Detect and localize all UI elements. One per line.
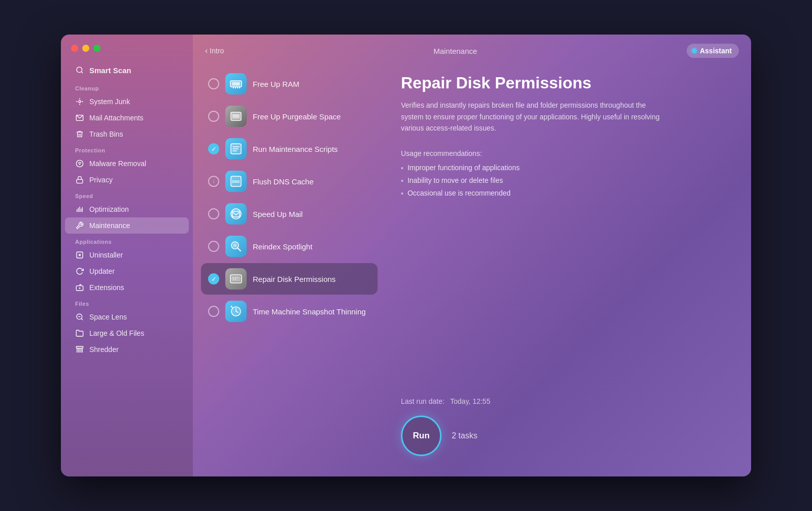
smart-scan-label: Smart Scan xyxy=(89,66,131,75)
timemachine-icon xyxy=(225,301,247,322)
sidebar-item-large-old-files[interactable]: Large & Old Files xyxy=(65,325,189,341)
usage-item-1: • Improper functioning of applications xyxy=(401,164,733,172)
back-label: Intro xyxy=(210,47,224,55)
task-checkbox-speed-up-mail[interactable] xyxy=(208,208,219,219)
assistant-label: Assistant xyxy=(700,47,732,55)
disk-icon xyxy=(225,268,247,290)
task-label-reindex-spotlight: Reindex Spotlight xyxy=(253,242,313,251)
malware-removal-label: Malware Removal xyxy=(89,159,146,168)
shredder-label: Shredder xyxy=(89,345,119,354)
task-item-speed-up-mail[interactable]: Speed Up Mail xyxy=(201,198,378,230)
large-old-files-label: Large & Old Files xyxy=(89,329,144,337)
extensions-icon xyxy=(75,283,84,292)
trash-bins-icon xyxy=(75,130,84,139)
task-label-flush-dns-cache: Flush DNS Cache xyxy=(253,177,314,186)
bullet-2: • xyxy=(401,177,403,185)
svg-line-1 xyxy=(81,72,83,73)
task-checkbox-free-up-purgeable[interactable] xyxy=(208,111,219,122)
section-label-protection: Protection xyxy=(61,142,193,155)
detail-description: Verifies and instantly repairs broken fi… xyxy=(401,100,665,134)
sidebar-item-trash-bins[interactable]: Trash Bins xyxy=(65,126,189,142)
assistant-dot-icon xyxy=(692,48,697,53)
svg-point-0 xyxy=(77,67,82,73)
task-checkbox-flush-dns-cache[interactable]: i xyxy=(208,176,219,187)
large-old-files-icon xyxy=(75,329,84,338)
back-button[interactable]: ‹ Intro xyxy=(205,46,224,55)
svg-rect-25 xyxy=(233,87,234,88)
updater-icon xyxy=(75,267,84,276)
storage-icon xyxy=(225,106,247,127)
task-item-run-maintenance-scripts[interactable]: ✓ Run Maintenance Scripts xyxy=(201,133,378,165)
traffic-lights xyxy=(61,45,193,62)
task-list: RAM Free Up RAM xyxy=(193,63,386,466)
svg-rect-26 xyxy=(235,87,236,88)
updater-label: Updater xyxy=(89,267,115,275)
sidebar-item-extensions[interactable]: Extensions xyxy=(65,279,189,296)
sidebar-item-optimization[interactable]: Optimization xyxy=(65,201,189,217)
assistant-button[interactable]: Assistant xyxy=(687,44,739,58)
mail-icon xyxy=(225,203,247,225)
extensions-label: Extensions xyxy=(89,283,124,292)
sidebar: Smart Scan Cleanup System Junk Mail Atta… xyxy=(61,35,193,476)
task-checkbox-run-maintenance-scripts[interactable]: ✓ xyxy=(208,143,219,154)
task-checkbox-repair-disk-permissions[interactable]: ✓ xyxy=(208,273,219,284)
svg-line-19 xyxy=(81,318,83,320)
svg-rect-30 xyxy=(232,114,240,119)
task-item-reindex-spotlight[interactable]: Reindex Spotlight xyxy=(201,231,378,262)
content-area: RAM Free Up RAM xyxy=(193,63,751,476)
task-label-repair-disk-permissions: Repair Disk Permissions xyxy=(253,275,335,283)
malware-removal-icon xyxy=(75,159,84,168)
task-label-time-machine-snapshot: Time Machine Snapshot Thinning xyxy=(253,307,366,316)
task-item-free-up-purgeable[interactable]: Free Up Purgeable Space xyxy=(201,101,378,132)
sidebar-item-system-junk[interactable]: System Junk xyxy=(65,93,189,110)
close-button[interactable] xyxy=(71,45,78,52)
run-tasks-label: 2 tasks xyxy=(452,431,478,440)
task-label-speed-up-mail: Speed Up Mail xyxy=(253,210,302,218)
svg-text:DNS: DNS xyxy=(232,180,240,183)
system-junk-label: System Junk xyxy=(89,98,130,106)
sidebar-item-smart-scan[interactable]: Smart Scan xyxy=(65,62,189,78)
usage-item-2: • Inability to move or delete files xyxy=(401,176,733,185)
task-checkbox-time-machine-snapshot[interactable] xyxy=(208,306,219,317)
run-area: Run 2 tasks xyxy=(401,416,733,456)
usage-item-2-text: Inability to move or delete files xyxy=(408,176,503,184)
svg-point-5 xyxy=(79,164,80,165)
svg-point-42 xyxy=(233,243,237,247)
usage-item-3: • Occasional use is recommended xyxy=(401,189,733,198)
svg-rect-28 xyxy=(239,87,240,88)
maximize-button[interactable] xyxy=(93,45,100,52)
optimization-icon xyxy=(75,205,84,214)
mail-attachments-label: Mail Attachments xyxy=(89,114,144,122)
sidebar-item-maintenance[interactable]: Maintenance xyxy=(65,217,189,234)
ram-icon: RAM xyxy=(225,73,247,94)
usage-item-1-text: Improper functioning of applications xyxy=(408,164,520,172)
svg-text:RAM: RAM xyxy=(232,82,240,85)
sidebar-item-privacy[interactable]: Privacy xyxy=(65,172,189,188)
sidebar-item-shredder[interactable]: Shredder xyxy=(65,341,189,358)
sidebar-item-mail-attachments[interactable]: Mail Attachments xyxy=(65,110,189,126)
sidebar-item-uninstaller[interactable]: Uninstaller xyxy=(65,247,189,263)
last-run-text: Last run date: Today, 12:55 xyxy=(401,397,733,405)
trash-bins-label: Trash Bins xyxy=(89,130,123,138)
task-item-time-machine-snapshot[interactable]: Time Machine Snapshot Thinning xyxy=(201,296,378,327)
sidebar-item-updater[interactable]: Updater xyxy=(65,263,189,279)
svg-point-2 xyxy=(79,101,81,103)
section-label-applications: Applications xyxy=(61,234,193,247)
usage-item-3-text: Occasional use is recommended xyxy=(408,189,511,197)
task-checkbox-reindex-spotlight[interactable] xyxy=(208,241,219,252)
task-item-flush-dns-cache[interactable]: i DNS Flush DNS Cache xyxy=(201,166,378,197)
run-button[interactable]: Run xyxy=(401,416,442,456)
space-lens-icon xyxy=(75,312,84,322)
svg-rect-27 xyxy=(237,87,238,88)
minimize-button[interactable] xyxy=(82,45,89,52)
dns-icon: DNS xyxy=(225,171,247,192)
task-item-free-up-ram[interactable]: RAM Free Up RAM xyxy=(201,68,378,100)
task-checkbox-free-up-ram[interactable] xyxy=(208,78,219,89)
sidebar-item-space-lens[interactable]: Space Lens xyxy=(65,309,189,325)
usage-title: Usage recommendations: xyxy=(401,149,733,157)
topbar: ‹ Intro Maintenance Assistant xyxy=(193,35,751,63)
privacy-label: Privacy xyxy=(89,176,113,184)
task-item-repair-disk-permissions[interactable]: ✓ Repair Disk Permissions xyxy=(201,263,378,295)
smart-scan-icon xyxy=(75,66,84,75)
sidebar-item-malware-removal[interactable]: Malware Removal xyxy=(65,155,189,172)
